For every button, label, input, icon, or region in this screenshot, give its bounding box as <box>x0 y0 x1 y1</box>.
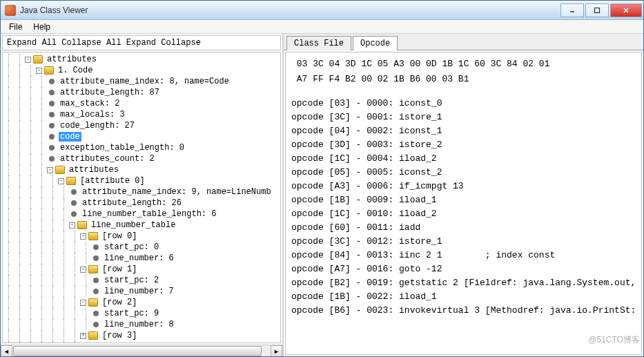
collapse-icon[interactable]: - <box>80 300 86 306</box>
tree-node-label[interactable]: attribute_length: 26 <box>81 198 183 208</box>
tree-row[interactable]: line_number: 6 <box>3 253 280 264</box>
tree-row[interactable]: start_pc: 0 <box>3 242 280 253</box>
scroll-right-button[interactable]: ► <box>271 345 282 356</box>
collapse-icon[interactable]: - <box>80 267 86 273</box>
collapse-icon[interactable]: - <box>58 178 64 184</box>
tree-row[interactable]: attribute_name_index: 9, name=LineNumb <box>3 186 280 197</box>
tree-node-label[interactable]: start_pc: 0 <box>103 242 160 252</box>
tree-node-label[interactable]: max_locals: 3 <box>59 110 126 119</box>
leaf-icon <box>49 145 55 151</box>
scroll-left-button[interactable]: ◄ <box>1 345 12 356</box>
titlebar[interactable]: Java Class Viewer <box>1 1 643 20</box>
leaf-icon <box>93 278 99 283</box>
left-panel: Expand All Collapse All Expand Collapse … <box>1 34 284 356</box>
tree-row[interactable]: +[row 4] <box>3 341 280 343</box>
tree-node-label[interactable]: attributes <box>68 165 120 175</box>
leaf-icon <box>49 134 55 139</box>
tree-row[interactable]: code <box>3 131 280 142</box>
tree-node-label[interactable]: max_stack: 2 <box>59 99 121 108</box>
scroll-thumb[interactable] <box>13 346 262 356</box>
tree-row[interactable]: -[row 1] <box>3 264 280 275</box>
tree-toolbar[interactable]: Expand All Collapse All Expand Collapse <box>2 35 281 50</box>
collapse-icon[interactable]: - <box>69 222 75 229</box>
tree-row[interactable]: -[row 2] <box>3 297 280 308</box>
folder-icon <box>44 66 54 75</box>
tree-row[interactable]: -attributes <box>3 54 280 65</box>
tree-container[interactable]: -attributes-1. Codeattribute_name_index:… <box>2 52 281 343</box>
tree-row[interactable]: -[row 0] <box>3 231 280 242</box>
tree-row[interactable]: -attributes <box>3 164 280 175</box>
collapse-icon[interactable]: - <box>25 57 31 63</box>
collapse-icon[interactable]: - <box>80 233 86 240</box>
maximize-button[interactable] <box>585 3 609 17</box>
tree-row[interactable]: -line_number_table <box>3 220 280 231</box>
tree-node-label[interactable]: [row 1] <box>101 264 138 274</box>
tree-node-label[interactable]: line_number_table <box>90 220 177 230</box>
tree-node-label[interactable]: attributes_count: 2 <box>59 154 156 164</box>
tree-node-label[interactable]: start_pc: 2 <box>103 276 160 285</box>
tab-class-file[interactable]: Class File <box>286 36 351 50</box>
collapse-icon[interactable]: - <box>36 68 42 74</box>
tree-row[interactable]: attribute_name_index: 8, name=Code <box>3 76 280 87</box>
svg-rect-1 <box>595 8 600 12</box>
tree-row[interactable]: max_locals: 3 <box>3 109 280 120</box>
tree-node-label[interactable]: code <box>59 132 81 142</box>
tree-row[interactable]: line_number: 7 <box>3 286 280 297</box>
minimize-button[interactable] <box>560 3 584 17</box>
tree-row[interactable]: attribute_length: 26 <box>3 197 280 209</box>
opcode-content[interactable]: 03 3C 04 3D 1C 05 A3 00 0D 1B 1C 60 3C 8… <box>285 52 642 355</box>
leaf-icon <box>49 123 55 128</box>
tab-opcode[interactable]: Opcode <box>353 36 398 50</box>
tree-node-label[interactable]: line_number_table_length: 6 <box>81 209 217 219</box>
app-window: Java Class Viewer File Help Expand All C… <box>0 0 644 357</box>
menu-file[interactable]: File <box>3 21 28 33</box>
leaf-icon <box>93 244 99 250</box>
left-horizontal-scrollbar[interactable]: ◄ ► <box>1 345 282 356</box>
tree-row[interactable]: +[row 3] <box>3 330 280 341</box>
close-button[interactable] <box>610 3 642 17</box>
tree-node-label[interactable]: line_number: 7 <box>103 287 175 296</box>
tree-node-label[interactable]: line_number: 8 <box>103 320 175 329</box>
leaf-icon <box>93 289 99 294</box>
tab-bar: Class File Opcode <box>284 34 643 50</box>
tree-row[interactable]: start_pc: 9 <box>3 308 280 319</box>
tree-node-label[interactable]: attribute_name_index: 9, name=LineNumb <box>81 187 273 197</box>
expand-icon[interactable]: + <box>80 333 86 339</box>
tree-node-label[interactable]: code_length: 27 <box>59 121 136 131</box>
leaf-icon <box>49 112 55 117</box>
tree-node-label[interactable]: start_pc: 9 <box>103 309 160 318</box>
tree-node-label[interactable]: [row 3] <box>101 331 138 340</box>
tree-node-label[interactable]: attributes <box>46 55 98 64</box>
tree-row[interactable]: code_length: 27 <box>3 120 280 131</box>
scroll-track[interactable] <box>12 345 271 356</box>
folder-icon <box>88 265 98 273</box>
tree-node-label[interactable]: attribute_name_index: 8, name=Code <box>59 77 231 86</box>
tree-node-label[interactable]: [row 2] <box>101 298 138 307</box>
tree-node-label[interactable]: 1. Code <box>57 66 94 75</box>
tree-row[interactable]: attribute_length: 87 <box>3 87 280 98</box>
folder-icon <box>66 177 76 185</box>
leaf-icon <box>49 79 55 84</box>
menu-help[interactable]: Help <box>28 21 56 33</box>
tree-row[interactable]: max_stack: 2 <box>3 98 280 109</box>
tree-node-label[interactable]: [attribute 0] <box>79 176 146 186</box>
tree-row[interactable]: line_number_table_length: 6 <box>3 209 280 220</box>
leaf-icon <box>49 101 55 106</box>
tree-node-label[interactable]: line_number: 6 <box>103 253 175 263</box>
tree-node-label[interactable]: attribute_length: 87 <box>59 88 161 97</box>
tree-row[interactable]: exception_table_length: 0 <box>3 142 280 153</box>
folder-icon <box>33 55 43 64</box>
main-area: Expand All Collapse All Expand Collapse … <box>1 34 643 356</box>
collapse-icon[interactable]: - <box>47 167 53 173</box>
window-title: Java Class Viewer <box>20 6 559 15</box>
leaf-icon <box>71 211 77 217</box>
tree-row[interactable]: line_number: 8 <box>3 319 280 330</box>
tree-row[interactable]: -1. Code <box>3 65 280 76</box>
tree-row[interactable]: start_pc: 2 <box>3 275 280 286</box>
tree-row[interactable]: attributes_count: 2 <box>3 153 280 164</box>
folder-icon <box>88 331 98 340</box>
tree-node-label[interactable]: [row 4] <box>101 342 138 343</box>
tree-node-label[interactable]: [row 0] <box>101 231 138 241</box>
tree-row[interactable]: -[attribute 0] <box>3 175 280 186</box>
tree-node-label[interactable]: exception_table_length: 0 <box>59 143 186 153</box>
